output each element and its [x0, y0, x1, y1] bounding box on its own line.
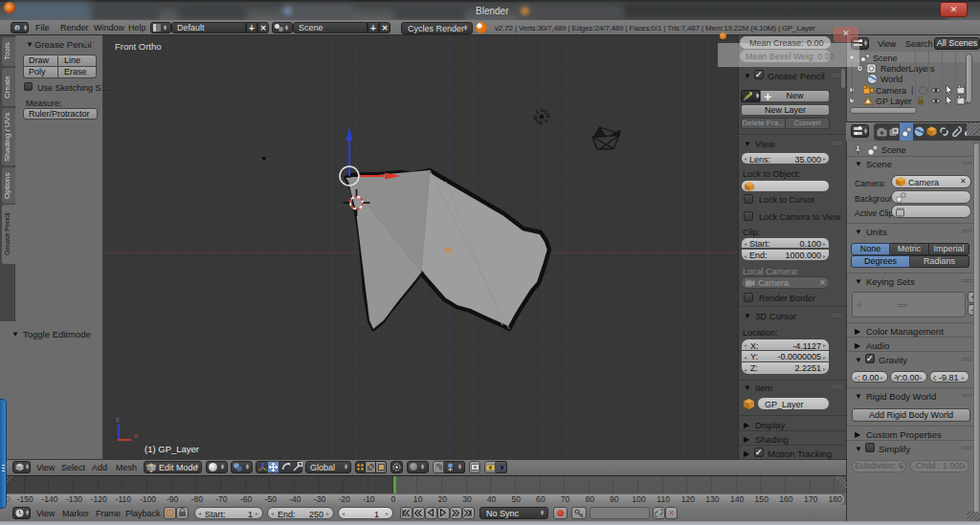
svg-text:z: z	[116, 415, 120, 424]
svg-text:x: x	[134, 431, 138, 440]
